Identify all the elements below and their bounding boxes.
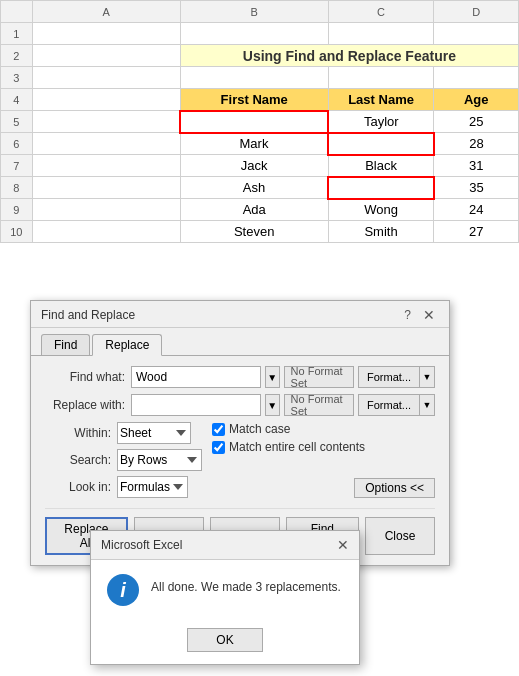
replace-format-dropdown[interactable]: ▼ <box>419 394 435 416</box>
row-num-4: 4 <box>1 89 33 111</box>
find-format-button[interactable]: Format... <box>358 366 419 388</box>
left-options: Within: Sheet Workbook Search: By Rows B… <box>45 422 202 498</box>
replace-with-dropdown[interactable]: ▼ <box>265 394 280 416</box>
cell-b5[interactable] <box>180 111 328 133</box>
col-header-last-name: Last Name <box>328 89 434 111</box>
cell-a3[interactable] <box>32 67 180 89</box>
cell-c8[interactable] <box>328 177 434 199</box>
spreadsheet-title: Using Find and Replace Feature <box>180 45 518 67</box>
cell-b7[interactable]: Jack <box>180 155 328 177</box>
row-num-1: 1 <box>1 23 33 45</box>
row-num-2: 2 <box>1 45 33 67</box>
cell-a4[interactable] <box>32 89 180 111</box>
cell-c3[interactable] <box>328 67 434 89</box>
excel-body: i All done. We made 3 replacements. <box>91 560 359 620</box>
excel-close-button[interactable]: ✕ <box>337 537 349 553</box>
within-select[interactable]: Sheet Workbook <box>117 422 191 444</box>
cell-c1[interactable] <box>328 23 434 45</box>
col-header-age: Age <box>434 89 519 111</box>
dialog-controls: ? ✕ <box>404 307 439 323</box>
find-what-input-group: ▼ No Format Set Format... ▼ <box>131 366 435 388</box>
cell-d7[interactable]: 31 <box>434 155 519 177</box>
find-format-btn-group: Format... ▼ <box>358 366 435 388</box>
cell-a7[interactable] <box>32 155 180 177</box>
find-what-row: Find what: ▼ No Format Set Format... ▼ <box>45 366 435 388</box>
within-row: Within: Sheet Workbook <box>45 422 202 444</box>
dialog-close-button[interactable]: ✕ <box>419 307 439 323</box>
col-header-c: C <box>328 1 434 23</box>
row-num-3: 3 <box>1 67 33 89</box>
row-num-5: 5 <box>1 111 33 133</box>
cell-b3[interactable] <box>180 67 328 89</box>
cell-a6[interactable] <box>32 133 180 155</box>
options-button[interactable]: Options << <box>354 478 435 498</box>
cell-d8[interactable]: 35 <box>434 177 519 199</box>
search-label: Search: <box>45 453 111 467</box>
cell-d10[interactable]: 27 <box>434 221 519 243</box>
match-case-label[interactable]: Match case <box>212 422 435 436</box>
corner-cell <box>1 1 33 23</box>
match-entire-label[interactable]: Match entire cell contents <box>212 440 435 454</box>
col-header-a: A <box>32 1 180 23</box>
excel-dialog: Microsoft Excel ✕ i All done. We made 3 … <box>90 530 360 665</box>
cell-d5[interactable]: 25 <box>434 111 519 133</box>
within-label: Within: <box>45 426 111 440</box>
close-button[interactable]: Close <box>365 517 435 555</box>
cell-b9[interactable]: Ada <box>180 199 328 221</box>
info-icon: i <box>107 574 139 606</box>
find-what-input[interactable] <box>131 366 261 388</box>
cell-c5[interactable]: Taylor <box>328 111 434 133</box>
cell-d6[interactable]: 28 <box>434 133 519 155</box>
row-num-8: 8 <box>1 177 33 199</box>
find-format-dropdown[interactable]: ▼ <box>419 366 435 388</box>
cell-a5[interactable] <box>32 111 180 133</box>
cell-d1[interactable] <box>434 23 519 45</box>
cell-b10[interactable]: Steven <box>180 221 328 243</box>
replace-format-button[interactable]: Format... <box>358 394 419 416</box>
replace-with-row: Replace with: ▼ No Format Set Format... … <box>45 394 435 416</box>
cell-c7[interactable]: Black <box>328 155 434 177</box>
replace-with-input[interactable] <box>131 394 261 416</box>
find-replace-dialog: Find and Replace ? ✕ Find Replace Find w… <box>30 300 450 566</box>
col-header-first-name: First Name <box>180 89 328 111</box>
cell-d3[interactable] <box>434 67 519 89</box>
match-case-checkbox[interactable] <box>212 423 225 436</box>
cell-b6[interactable]: Mark <box>180 133 328 155</box>
cell-d9[interactable]: 24 <box>434 199 519 221</box>
checkboxes-col: Match case Match entire cell contents <box>212 422 435 454</box>
row-num-6: 6 <box>1 133 33 155</box>
tab-find[interactable]: Find <box>41 334 90 355</box>
row-num-7: 7 <box>1 155 33 177</box>
cell-a8[interactable] <box>32 177 180 199</box>
help-icon[interactable]: ? <box>404 308 411 322</box>
row-num-10: 10 <box>1 221 33 243</box>
ok-button[interactable]: OK <box>187 628 262 652</box>
cell-a9[interactable] <box>32 199 180 221</box>
find-what-label: Find what: <box>45 370 125 384</box>
cell-c10[interactable]: Smith <box>328 221 434 243</box>
dialog-title-bar: Find and Replace ? ✕ <box>31 301 449 328</box>
options-section: Within: Sheet Workbook Search: By Rows B… <box>45 422 435 498</box>
find-format-badge: No Format Set <box>284 366 354 388</box>
tab-replace[interactable]: Replace <box>92 334 162 356</box>
cell-c9[interactable]: Wong <box>328 199 434 221</box>
cell-c6[interactable] <box>328 133 434 155</box>
find-what-dropdown[interactable]: ▼ <box>265 366 280 388</box>
cell-a10[interactable] <box>32 221 180 243</box>
col-header-b: B <box>180 1 328 23</box>
excel-ok-row: OK <box>91 620 359 664</box>
right-options: Match case Match entire cell contents Op… <box>212 422 435 498</box>
cell-b8[interactable]: Ash <box>180 177 328 199</box>
col-header-d: D <box>434 1 519 23</box>
replace-with-label: Replace with: <box>45 398 125 412</box>
cell-a2[interactable] <box>32 45 180 67</box>
dialog-title: Find and Replace <box>41 308 135 322</box>
cell-a1[interactable] <box>32 23 180 45</box>
cell-b1[interactable] <box>180 23 328 45</box>
look-in-select[interactable]: Formulas Values Notes <box>117 476 188 498</box>
search-select[interactable]: By Rows By Columns <box>117 449 202 471</box>
spreadsheet: A B C D 1 2 Using Find and Replace Featu… <box>0 0 519 310</box>
match-entire-checkbox[interactable] <box>212 441 225 454</box>
row-num-9: 9 <box>1 199 33 221</box>
options-right: Options << <box>212 478 435 498</box>
